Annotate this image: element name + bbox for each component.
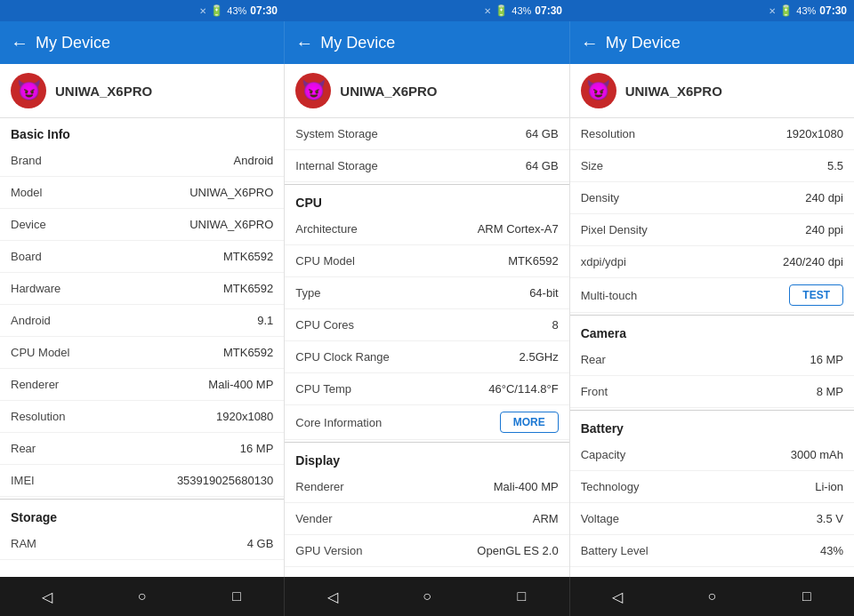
time-3: 07:30 (819, 4, 847, 17)
top-bar-2: ← My Device (285, 21, 569, 64)
table-row: System Storage64 GB (285, 118, 568, 150)
table-row: Type64-bit (285, 277, 568, 309)
table-row: Core Information MORE (285, 405, 568, 440)
section-header-display: Display (285, 444, 568, 471)
back-button-3[interactable]: ← (581, 33, 599, 53)
table-row: Rear16 MP (0, 433, 284, 465)
table-row: Battery Level43% (570, 535, 854, 567)
more-button[interactable]: MORE (500, 412, 559, 433)
main-content: 😈 UNIWA_X6PRO Basic Info BrandAndroid Mo… (0, 64, 854, 577)
section-header-cpu: CPU (285, 187, 568, 213)
recent-nav-button-2[interactable]: □ (507, 582, 536, 611)
table-row: Front8 MP (570, 376, 854, 408)
table-row: CPU Clock Range2.5GHz (285, 341, 568, 373)
battery-icon-3: 🔋 (779, 4, 793, 17)
table-row: TechnologyLi-ion (570, 471, 854, 503)
table-row: DeviceUNIWA_X6PRO (0, 209, 284, 241)
table-row: CPU Cores8 (285, 309, 568, 341)
status-panel-3: ✕ 🔋 43% 07:30 (569, 0, 854, 21)
time-2: 07:30 (535, 4, 562, 17)
top-bar-title-1: My Device (36, 34, 110, 52)
table-row: xdpi/ydpi240/240 dpi (570, 246, 854, 278)
table-row: RendererMali-400 MP (285, 471, 568, 503)
nav-bars: ◁ ○ □ ◁ ○ □ ◁ ○ □ (0, 577, 854, 616)
table-row: GPU VersionOpenGL ES 2.0 (285, 535, 568, 567)
battery-text-3: 43% (796, 5, 816, 16)
nav-panel-1: ◁ ○ □ (0, 577, 285, 616)
device-header-1: 😈 UNIWA_X6PRO (0, 64, 284, 118)
table-row: RendererMali-400 MP (0, 369, 284, 401)
back-nav-button-1[interactable]: ◁ (33, 582, 61, 611)
status-panel-2: ✕ 🔋 43% 07:30 (285, 0, 569, 21)
table-row: Voltage3.5 V (570, 503, 854, 535)
panel-2[interactable]: 😈 UNIWA_X6PRO System Storage64 GB Intern… (285, 64, 569, 577)
table-row: Rear16 MP (570, 344, 854, 376)
home-nav-button-1[interactable]: ○ (128, 582, 157, 611)
table-row: RAM4 GB (0, 528, 284, 560)
table-row: ModelUNIWA_X6PRO (0, 177, 284, 209)
status-panel-1: ✕ 🔋 43% 07:30 (0, 0, 285, 21)
device-header-2: 😈 UNIWA_X6PRO (285, 64, 568, 118)
test-button[interactable]: TEST (789, 284, 843, 306)
device-icon-2: 😈 (295, 73, 331, 108)
home-nav-button-2[interactable]: ○ (413, 582, 441, 611)
section-header-battery: Battery (570, 412, 854, 439)
table-row: Android9.1 (0, 305, 284, 337)
top-bar-3: ← My Device (570, 21, 854, 64)
back-nav-button-2[interactable]: ◁ (318, 582, 347, 611)
back-button-2[interactable]: ← (295, 33, 313, 53)
recent-nav-button-3[interactable]: □ (793, 582, 821, 611)
table-row: Pixel Density240 ppi (570, 214, 854, 246)
device-header-3: 😈 UNIWA_X6PRO (570, 64, 854, 118)
section-header-camera: Camera (570, 317, 854, 344)
table-row: BoardMTK6592 (0, 241, 284, 273)
section-header-storage: Storage (0, 501, 284, 528)
recent-nav-button-1[interactable]: □ (222, 582, 251, 611)
device-name-1: UNIWA_X6PRO (55, 84, 152, 99)
table-row: ArchitectureARM Cortex-A7 (285, 213, 568, 245)
table-row: CPU ModelMTK6592 (0, 337, 284, 369)
device-icon-1: 😈 (11, 73, 46, 108)
status-bar: ✕ 🔋 43% 07:30 ✕ 🔋 43% 07:30 ✕ 🔋 43% 07:3… (0, 0, 854, 21)
table-row: IMEI353919025680130 (0, 465, 284, 497)
table-row: CPU Temp46°C/114.8°F (285, 373, 568, 405)
section-header-basic-info: Basic Info (0, 118, 284, 145)
battery-text-2: 43% (512, 5, 531, 16)
signal-icon-3: ✕ (769, 6, 776, 16)
table-row: CPU ModelMTK6592 (285, 245, 568, 277)
nav-panel-3: ◁ ○ □ (570, 577, 854, 616)
table-row: Resolution1920x1080 (570, 118, 854, 150)
top-bar-title-3: My Device (606, 34, 681, 52)
back-nav-button-3[interactable]: ◁ (603, 582, 632, 611)
panel-3[interactable]: 😈 UNIWA_X6PRO Resolution1920x1080 Size5.… (570, 64, 854, 577)
panel-1[interactable]: 😈 UNIWA_X6PRO Basic Info BrandAndroid Mo… (0, 64, 285, 577)
table-row: Internal Storage64 GB (285, 150, 568, 182)
table-row: HardwareMTK6592 (0, 273, 284, 305)
device-name-2: UNIWA_X6PRO (340, 84, 437, 99)
top-bar-1: ← My Device (0, 21, 285, 64)
signal-icon-2: ✕ (484, 6, 491, 16)
battery-icon-2: 🔋 (495, 4, 508, 17)
table-row: VenderARM (285, 503, 568, 535)
nav-panel-2: ◁ ○ □ (285, 577, 569, 616)
table-row: Size5.5 (570, 150, 854, 182)
device-icon-3: 😈 (581, 73, 616, 108)
table-row: Multi-touch TEST (570, 278, 854, 313)
home-nav-button-3[interactable]: ○ (697, 582, 726, 611)
time-1: 07:30 (250, 4, 278, 17)
table-row: Resolution1920x1080 (0, 401, 284, 433)
top-bar-title-2: My Device (320, 34, 395, 52)
signal-icon-1: ✕ (199, 6, 206, 16)
battery-icon-1: 🔋 (210, 4, 223, 17)
back-button-1[interactable]: ← (11, 33, 28, 53)
device-name-3: UNIWA_X6PRO (625, 84, 722, 99)
top-bars: ← My Device ← My Device ← My Device (0, 21, 854, 64)
table-row: Capacity3000 mAh (570, 439, 854, 471)
battery-text-1: 43% (227, 5, 246, 16)
table-row: Density240 dpi (570, 182, 854, 214)
table-row: BrandAndroid (0, 145, 284, 177)
